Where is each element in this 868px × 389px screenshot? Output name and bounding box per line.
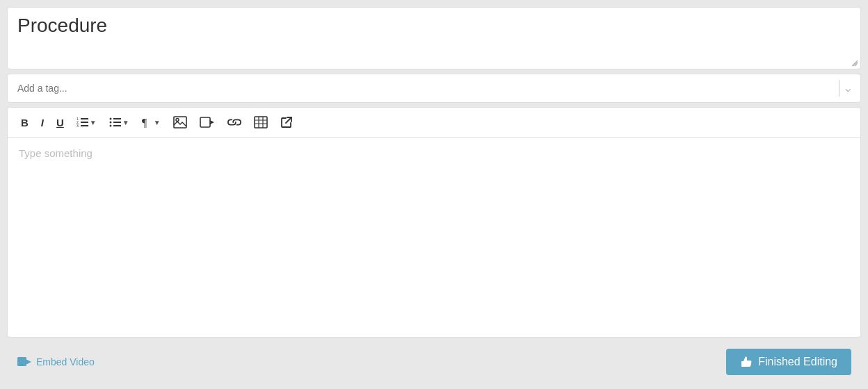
- tag-divider: [839, 80, 839, 97]
- link-button[interactable]: [223, 114, 246, 131]
- svg-text:3.: 3.: [77, 124, 79, 128]
- thumbs-up-icon: [740, 356, 753, 368]
- svg-rect-13: [174, 117, 186, 128]
- ordered-list-icon: 1. 2. 3.: [77, 117, 89, 128]
- finished-editing-label: Finished Editing: [758, 356, 837, 368]
- video-button[interactable]: [195, 114, 220, 131]
- svg-rect-15: [200, 117, 210, 127]
- svg-point-11: [109, 125, 111, 127]
- svg-marker-16: [210, 120, 214, 124]
- bold-button[interactable]: B: [16, 114, 33, 131]
- tag-input[interactable]: [17, 83, 839, 94]
- title-input[interactable]: Procedure: [17, 15, 851, 59]
- finished-editing-button[interactable]: Finished Editing: [726, 349, 851, 375]
- paragraph-button[interactable]: ¶ ▼: [137, 114, 166, 131]
- ordered-list-button[interactable]: 1. 2. 3. ▼: [72, 114, 102, 131]
- editor-content[interactable]: Type something: [8, 138, 860, 337]
- embed-video-label: Embed Video: [36, 356, 95, 367]
- svg-marker-24: [26, 360, 31, 365]
- editor-placeholder: Type something: [19, 147, 93, 159]
- external-link-icon: [280, 116, 293, 129]
- svg-point-14: [176, 119, 179, 122]
- svg-rect-23: [17, 357, 26, 366]
- external-link-button[interactable]: [275, 113, 298, 131]
- paragraph-chevron: ▼: [154, 119, 161, 126]
- tag-area: ⌵: [7, 74, 861, 103]
- embed-video-button[interactable]: Embed Video: [17, 356, 95, 367]
- svg-point-10: [109, 122, 111, 124]
- svg-rect-17: [255, 117, 267, 128]
- toolbar: B I U 1. 2. 3. ▼: [8, 108, 860, 138]
- table-button[interactable]: [249, 113, 273, 131]
- svg-line-22: [286, 117, 291, 123]
- ordered-list-chevron: ▼: [90, 119, 97, 126]
- underline-button[interactable]: U: [51, 114, 69, 131]
- unordered-list-chevron: ▼: [122, 119, 129, 126]
- editor-area: B I U 1. 2. 3. ▼: [7, 107, 861, 338]
- embed-video-icon: [17, 356, 32, 367]
- italic-button[interactable]: I: [36, 114, 49, 131]
- unordered-list-icon: [109, 117, 122, 128]
- image-button[interactable]: [168, 113, 192, 131]
- title-area: Procedure: [7, 7, 861, 69]
- svg-text:¶: ¶: [142, 117, 147, 128]
- svg-point-9: [109, 118, 111, 120]
- unordered-list-button[interactable]: ▼: [104, 114, 134, 131]
- table-icon: [254, 116, 268, 129]
- bottom-bar: Embed Video Finished Editing: [7, 342, 861, 382]
- paragraph-icon: ¶: [142, 117, 153, 128]
- resize-handle[interactable]: [851, 59, 859, 67]
- page-container: Procedure ⌵ B I U 1. 2. 3.: [0, 0, 868, 389]
- video-icon: [200, 117, 215, 128]
- link-icon: [227, 117, 241, 128]
- chevron-down-icon[interactable]: ⌵: [845, 83, 851, 94]
- image-icon: [173, 116, 187, 129]
